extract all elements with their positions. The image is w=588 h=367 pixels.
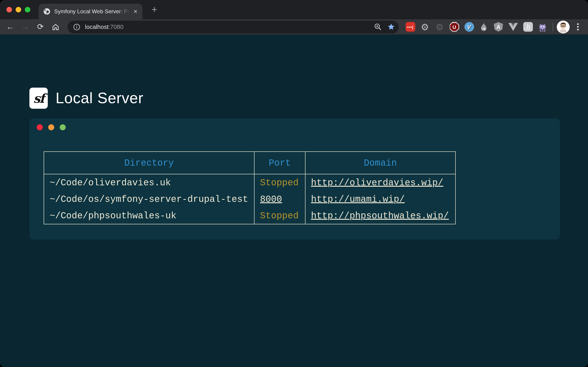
page-info-icon[interactable] xyxy=(73,23,80,31)
terminal-dot-green xyxy=(60,124,66,130)
forward-icon[interactable]: → xyxy=(19,20,32,33)
page-title: Local Server xyxy=(56,88,144,109)
port-cell-value[interactable]: 8000 xyxy=(260,194,282,204)
window-zoom-button[interactable] xyxy=(25,7,30,12)
domain-link[interactable]: http://phpsouthwales.wip/ xyxy=(311,210,449,221)
port-cell-value: Stopped xyxy=(260,210,299,221)
browser-toolbar: ← → ⟳ localhost:7080 xyxy=(0,19,588,34)
tab-title: Symfony Local Web Server: Prox xyxy=(54,8,131,15)
directory-cell: ~/Code/phpsouthwales-uk xyxy=(44,207,254,224)
toolbar-separator xyxy=(553,23,553,31)
profile-avatar[interactable] xyxy=(557,20,570,33)
browser-window: Symfony Local Web Server: Prox ✕ + ← → ⟳… xyxy=(0,0,588,367)
vue-extension-icon[interactable] xyxy=(507,20,519,33)
lastpass-extension-icon[interactable]: •••| xyxy=(404,20,417,33)
blue-v-extension-icon[interactable]: V xyxy=(463,20,476,33)
column-header-port: Port xyxy=(254,152,305,174)
drupal-extension-icon[interactable] xyxy=(477,20,490,33)
gear-extension-icon[interactable]: ⚙ xyxy=(418,20,431,33)
table-header-row: Directory Port Domain xyxy=(44,152,456,174)
octocat-extension-icon[interactable] xyxy=(536,20,549,33)
terminal-window-dots xyxy=(37,124,66,130)
terminal-card: Directory Port Domain ~/Code/oliverdavie… xyxy=(29,118,560,240)
terminal-dot-red xyxy=(37,124,43,130)
domain-cell: http://oliverdavies.wip/ xyxy=(305,174,456,191)
port-cell-value: Stopped xyxy=(260,177,299,188)
macos-window-controls xyxy=(0,7,30,12)
window-minimize-button[interactable] xyxy=(16,7,21,12)
globe-icon xyxy=(43,8,51,15)
domain-link[interactable]: http://umami.wip/ xyxy=(311,194,405,204)
table-row: ~/Code/phpsouthwales-uk Stopped http://p… xyxy=(44,207,456,224)
domain-link[interactable]: http://oliverdavies.wip/ xyxy=(311,177,443,188)
extensions-row: •••| ⚙ ⚙ U V A xyxy=(404,20,549,33)
angular-extension-icon[interactable]: A xyxy=(492,20,505,33)
domain-cell: http://umami.wip/ xyxy=(305,191,456,207)
url-text[interactable]: localhost:7080 xyxy=(85,23,124,30)
browser-tab[interactable]: Symfony Local Web Server: Prox ✕ xyxy=(39,4,142,19)
honey-extension-icon[interactable]: h xyxy=(521,20,534,33)
home-icon[interactable] xyxy=(49,20,62,33)
back-icon[interactable]: ← xyxy=(4,20,17,33)
port-cell: Stopped xyxy=(254,174,305,191)
directory-cell: ~/Code/os/symfony-server-drupal-test xyxy=(44,191,254,207)
server-table-body: ~/Code/oliverdavies.uk Stopped http://ol… xyxy=(44,174,456,224)
column-header-domain: Domain xyxy=(305,152,456,174)
zoom-icon[interactable] xyxy=(374,23,382,31)
new-tab-button[interactable]: + xyxy=(148,3,161,16)
port-cell: Stopped xyxy=(254,207,305,224)
reload-icon[interactable]: ⟳ xyxy=(34,20,47,33)
bookmark-star-icon[interactable] xyxy=(387,23,395,31)
url-bar[interactable]: localhost:7080 xyxy=(68,20,399,33)
symfony-logo: sf xyxy=(29,88,48,109)
table-row: ~/Code/os/symfony-server-drupal-test 800… xyxy=(44,191,456,207)
terminal-dot-orange xyxy=(48,124,54,130)
table-row: ~/Code/oliverdavies.uk Stopped http://ol… xyxy=(44,174,456,191)
ublock-origin-extension-icon[interactable]: U xyxy=(448,20,461,33)
directory-cell: ~/Code/oliverdavies.uk xyxy=(44,174,254,191)
browser-menu-icon[interactable] xyxy=(571,20,584,33)
tab-strip: Symfony Local Web Server: Prox ✕ + xyxy=(0,0,588,19)
server-table: Directory Port Domain ~/Code/oliverdavie… xyxy=(44,151,456,224)
gear-dimmed-extension-icon[interactable]: ⚙ xyxy=(433,20,446,33)
column-header-directory: Directory xyxy=(44,152,254,174)
tab-close-icon[interactable]: ✕ xyxy=(131,7,140,16)
window-close-button[interactable] xyxy=(6,7,12,12)
page-content: sf Local Server Directory Port Domain ~/ xyxy=(0,34,588,367)
port-cell: 8000 xyxy=(254,191,305,207)
domain-cell: http://phpsouthwales.wip/ xyxy=(305,207,456,224)
